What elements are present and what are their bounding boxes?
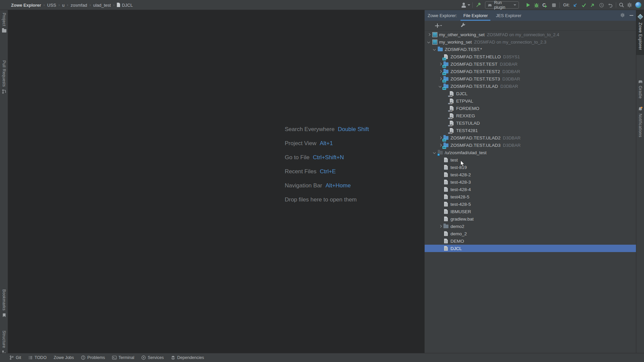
sidebar-item-bookmarks[interactable]: Bookmarks — [0, 289, 8, 317]
tab-jes-explorer[interactable]: JES Explorer — [492, 10, 525, 21]
tree-row[interactable]: my_other_working_setZOSMFAD on my_connec… — [425, 31, 636, 38]
run-button[interactable] — [527, 0, 530, 10]
tree-row[interactable]: test-428-4 — [425, 186, 636, 193]
sidebar-item-gradle[interactable]: Gradle — [636, 80, 644, 99]
statusbar-item-label: Terminal — [118, 355, 134, 360]
panel-settings-button[interactable] — [620, 13, 625, 18]
chevron-down-icon[interactable] — [427, 40, 431, 44]
chevron-spacer — [438, 172, 443, 177]
zowe-icon — [638, 14, 643, 20]
tree-row[interactable]: DSZOSMFAD.TEST.HELLOD3SYS1 — [425, 53, 636, 60]
tab-file-explorer[interactable]: File Explorer — [459, 10, 492, 21]
user-account-button[interactable] — [461, 0, 466, 10]
tree-row[interactable]: DSZOSMFAD.TEST.ULAD3D3DBAR — [425, 141, 636, 149]
git-update-button[interactable] — [573, 0, 578, 10]
tree-row[interactable]: test-819 — [425, 164, 636, 171]
sidebar-item-zowe-explorer[interactable]: Zowe Explorer — [636, 10, 644, 55]
icon-badge: DS — [442, 87, 446, 90]
shortcut-hint-line: Project ViewAlt+1 — [285, 140, 369, 147]
breadcrumb-item[interactable]: USS — [47, 3, 56, 8]
sidebar-item-notifications[interactable]: Notifications — [636, 107, 644, 137]
breadcrumb-item[interactable]: u — [62, 3, 64, 8]
panel-settings-wrench-button[interactable] — [461, 22, 466, 29]
tree-row[interactable]: MEMREXXEG — [425, 112, 636, 119]
search-everywhere-button[interactable] — [619, 0, 624, 10]
add-working-set-button[interactable] — [425, 23, 441, 28]
ide-window: { "colors": { "accent": "#4a88c7", "sele… — [0, 0, 644, 362]
tree-row[interactable]: ZOSMFAD.TEST.* — [425, 46, 636, 53]
tree-row[interactable]: DEMO — [425, 237, 636, 245]
tree-row[interactable]: IBMUSER — [425, 208, 636, 215]
run-configuration-combo[interactable]: Run plugin — [485, 1, 519, 9]
stop-button[interactable] — [552, 0, 556, 10]
editor-area: Search EverywhereDouble ShiftProject Vie… — [8, 10, 424, 353]
tree-row[interactable]: MEMDJCL — [425, 90, 636, 97]
breadcrumb-item[interactable]: zosmfad — [71, 3, 87, 8]
statusbar-item-todo[interactable]: TODO — [28, 355, 47, 360]
toolbar-separator — [472, 0, 473, 10]
tree-row[interactable]: DJCL — [425, 245, 636, 252]
chevron-right-icon[interactable] — [438, 224, 443, 229]
run-with-coverage-button[interactable]: C — [542, 0, 546, 10]
git-commit-button[interactable] — [581, 0, 586, 10]
debug-button[interactable] — [534, 0, 539, 10]
file-icon — [443, 179, 449, 185]
chevron-down-icon[interactable] — [432, 47, 437, 52]
hide-panel-button[interactable] — [630, 15, 633, 16]
tree-row[interactable]: gradlew.bat — [425, 215, 636, 223]
tree-row[interactable]: test — [425, 156, 636, 164]
chevron-right-icon[interactable] — [438, 76, 443, 81]
statusbar-item-terminal[interactable]: Terminal — [112, 355, 134, 360]
breadcrumb-item[interactable]: DJCL — [117, 2, 133, 8]
statusbar-item-problems[interactable]: Problems — [81, 355, 105, 360]
tree-item-suffix: D3SYS1 — [503, 54, 520, 59]
user-dropdown-caret[interactable] — [468, 0, 470, 10]
tree-row[interactable]: DSZOSMFAD.TEST.ULAD2D3DBAR — [425, 134, 636, 141]
tree-item-label: ETPVAL — [456, 99, 473, 104]
tree-item-label: demo_2 — [450, 231, 467, 236]
git-history-button[interactable] — [599, 0, 604, 10]
tree-row[interactable]: test428-5 — [425, 193, 636, 200]
statusbar-item-git[interactable]: Git — [9, 355, 21, 360]
tree-row[interactable]: MEMTEST4281 — [425, 127, 636, 134]
chevron-right-icon[interactable] — [427, 32, 431, 37]
chevron-down-icon[interactable] — [432, 150, 437, 155]
tree-row[interactable]: DSZOSMFAD.TEST.TESTD3DBAR — [425, 60, 636, 68]
chevron-spacer — [444, 99, 448, 103]
git-push-button[interactable] — [590, 0, 595, 10]
hammer-icon — [475, 2, 481, 8]
breadcrumb-item[interactable]: ulad_test — [93, 3, 111, 8]
statusbar-item-zowe-jobs[interactable]: Zowe Jobs — [54, 355, 74, 360]
tree-row[interactable]: test-428-2 — [425, 171, 636, 178]
tree-row[interactable]: DSZOSMFAD.TEST.TEST3D3DBAR — [425, 75, 636, 82]
sidebar-item-structure[interactable]: Structure — [0, 330, 8, 354]
tree-row[interactable]: test-428-3 — [425, 178, 636, 186]
chevron-right-icon[interactable] — [438, 62, 443, 66]
sidebar-item-pull-requests[interactable]: Pull Requests — [0, 60, 8, 94]
chevron-right-icon[interactable] — [438, 69, 443, 74]
git-rollback-button[interactable] — [608, 0, 613, 10]
tree-row[interactable]: test-428-5 — [425, 200, 636, 208]
tree-row[interactable]: MEMFORDEMO — [425, 105, 636, 112]
sidebar-item-project[interactable]: Project — [0, 13, 8, 33]
tree-row[interactable]: MEMETPVAL — [425, 97, 636, 105]
icon-badge: MEM — [448, 103, 452, 105]
tree-row[interactable]: my_working_setZOSMFAD on my_connection_t… — [425, 38, 636, 46]
breadcrumb-item[interactable]: Zowe Explorer — [11, 3, 41, 8]
panel-toolbar — [425, 21, 636, 31]
build-button[interactable] — [475, 0, 481, 10]
profile-avatar-button[interactable] — [635, 0, 641, 10]
tree-row[interactable]: demo_2 — [425, 230, 636, 237]
chevron-down-icon[interactable] — [438, 84, 443, 88]
tree-row[interactable]: DSZOSMFAD.TEST.ULADD3DBAR — [425, 82, 636, 90]
settings-button[interactable] — [627, 0, 632, 10]
statusbar-item-services[interactable]: Services — [141, 355, 164, 360]
tree-row[interactable]: /u/zosmfad/ulad_test — [425, 149, 636, 156]
tree-row[interactable]: MEMTESTULAD — [425, 119, 636, 127]
chevron-right-icon[interactable] — [438, 143, 443, 147]
tree-item-label: TEST4281 — [456, 128, 478, 133]
chevron-right-icon[interactable] — [438, 135, 443, 140]
tree-row[interactable]: demo2 — [425, 223, 636, 230]
statusbar-item-dependencies[interactable]: Dependencies — [171, 355, 204, 360]
tree-row[interactable]: DSZOSMFAD.TEST.TEST2D3DBAR — [425, 68, 636, 75]
